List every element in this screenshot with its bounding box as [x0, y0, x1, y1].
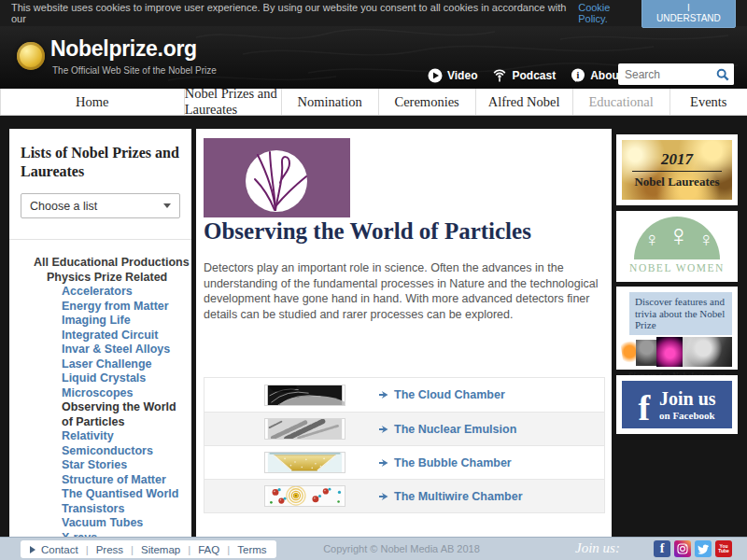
sidebar-item[interactable]: Structure of Matter: [9, 473, 191, 488]
female-symbol-icon: ♀: [698, 230, 714, 250]
facebook-f-icon: f: [638, 394, 650, 422]
sidebar-item[interactable]: Observing the World of Particles: [9, 400, 191, 429]
footer-link[interactable]: Press: [78, 544, 123, 555]
search-icon: [716, 68, 729, 81]
intro-paragraph: Detectors play an important role in scie…: [204, 260, 612, 322]
sidebar-item[interactable]: Invar & Steel Alloys: [9, 343, 191, 357]
collage-photo: [636, 340, 657, 366]
site-tagline: The Official Web Site of the Nobel Prize: [52, 65, 217, 76]
collage-photo: [683, 337, 732, 367]
dropdown-value: Choose a list: [30, 200, 97, 213]
page-title: Observing the World of Particles: [204, 218, 531, 245]
chapter-link-list: The Cloud Chamber The Nuclear Emulsion: [204, 377, 605, 513]
sidebar-item[interactable]: Energy from Matter: [9, 300, 191, 315]
search-box: [618, 63, 734, 85]
main-content: Observing the World of Particles Detecto…: [196, 129, 612, 537]
multiwire-chamber-link[interactable]: The Multiwire Chamber: [379, 490, 523, 503]
sidebar-item[interactable]: Microscopes: [9, 386, 191, 401]
nav-item[interactable]: Educational: [572, 89, 669, 115]
facebook-icon[interactable]: f: [654, 540, 670, 557]
video-link[interactable]: Video: [428, 68, 477, 83]
facebook-sub-label: on Facebook: [659, 410, 716, 421]
arrow-icon: [379, 425, 388, 434]
podcast-icon: [492, 68, 507, 83]
discover-text: Discover features and trivia about the N…: [629, 292, 732, 335]
facebook-banner[interactable]: f Join us on Facebook: [616, 375, 738, 434]
instagram-icon[interactable]: [674, 540, 691, 557]
play-icon: [428, 68, 443, 83]
video-label: Video: [447, 69, 477, 82]
bubble-chamber-thumbnail[interactable]: [264, 452, 345, 473]
header-menu: Video Podcast i About Us: [428, 68, 640, 83]
youtube-text: Tube: [718, 549, 729, 553]
multiwire-chamber-thumbnail[interactable]: [264, 485, 345, 507]
laureates-label: Nobel Laureates: [634, 175, 719, 189]
link-label: The Cloud Chamber: [394, 388, 505, 401]
link-label: The Nuclear Emulsion: [394, 423, 516, 436]
podcast-link[interactable]: Podcast: [492, 68, 556, 83]
cookie-policy-link[interactable]: Cookie Policy.: [578, 2, 641, 24]
sidebar-item[interactable]: Integrated Circuit: [9, 329, 191, 343]
nav-item[interactable]: Events: [669, 89, 747, 115]
list-item: The Multiwire Chamber: [204, 479, 604, 512]
footer-link[interactable]: Sitemap: [123, 544, 180, 555]
nuclear-emulsion-link[interactable]: The Nuclear Emulsion: [379, 423, 516, 436]
footer-link[interactable]: Terms: [219, 544, 266, 555]
particle-tracks-banner-image: [204, 138, 350, 217]
nobel-women-banner[interactable]: ♀ ♀ ♀ NOBEL WOMEN: [616, 211, 738, 282]
list-item: The Bubble Chamber: [204, 445, 604, 479]
sidebar-item[interactable]: Transistors: [9, 502, 191, 517]
laureates-2017-banner[interactable]: 2017 Nobel Laureates: [616, 134, 738, 205]
banner-rule: [632, 171, 722, 172]
nobel-medal-icon: [17, 42, 45, 70]
nav-item[interactable]: Nobel Prizes and Laureates: [184, 89, 281, 115]
sidebar-item[interactable]: Imaging Life: [9, 314, 191, 329]
cloud-chamber-link[interactable]: The Cloud Chamber: [379, 388, 505, 401]
monthly-signup-banner[interactable]: Discover features and trivia about the N…: [616, 287, 738, 370]
nav-item[interactable]: Home: [0, 89, 184, 115]
sidebar-item[interactable]: Relativity: [9, 429, 191, 444]
sidebar-group-physics[interactable]: Physics Prize Related: [9, 271, 191, 286]
bubble-chamber-link[interactable]: The Bubble Chamber: [379, 456, 512, 469]
footer-link[interactable]: Contact: [41, 544, 78, 555]
list-dropdown[interactable]: Choose a list: [21, 193, 180, 218]
sidebar-item[interactable]: The Quantised World: [9, 487, 191, 502]
pointer-icon: [30, 546, 35, 553]
sidebar-item[interactable]: Liquid Crystals: [9, 371, 191, 386]
sidebar-title: Lists of Nobel Prizes and Laureates: [9, 129, 191, 181]
sidebar-item[interactable]: Vacuum Tubes: [9, 516, 191, 531]
join-us-label: Join us:: [575, 540, 620, 556]
sidebar-item[interactable]: Semiconductors: [9, 444, 191, 459]
nuclear-emulsion-thumbnail[interactable]: [264, 418, 345, 440]
twitter-icon[interactable]: [695, 540, 712, 557]
info-bubble-icon: i: [571, 68, 585, 83]
cookie-message: This website uses cookies to improve use…: [11, 2, 574, 24]
female-symbol-icon: ♀: [668, 220, 690, 250]
sidebar: Lists of Nobel Prizes and Laureates Choo…: [9, 129, 191, 560]
sidebar-item[interactable]: Accelerators: [9, 285, 191, 300]
footer-link[interactable]: FAQ: [180, 544, 219, 555]
cloud-chamber-thumbnail[interactable]: [264, 385, 345, 406]
nav-item[interactable]: Nomination: [281, 89, 378, 115]
youtube-icon[interactable]: You Tube: [715, 540, 732, 557]
cookie-accept-button[interactable]: I UNDERSTAND: [641, 0, 736, 28]
sidebar-group-all-educational[interactable]: All Educational Productions: [9, 256, 191, 271]
search-input[interactable]: [618, 68, 712, 81]
social-icons: f You Tube: [654, 540, 732, 557]
sidebar-item[interactable]: Star Stories: [9, 458, 191, 473]
nobel-women-label: NOBEL WOMEN: [622, 262, 732, 273]
link-label: The Bubble Chamber: [394, 456, 512, 469]
chevron-down-icon: [163, 203, 171, 208]
laureates-year: 2017: [661, 150, 693, 169]
photo-collage: [622, 337, 732, 368]
facebook-join-label: Join us: [659, 389, 716, 408]
nav-item[interactable]: Ceremonies: [378, 89, 475, 115]
nav-item[interactable]: Alfred Nobel: [475, 89, 572, 115]
collage-photo: [656, 337, 684, 367]
link-label: The Multiwire Chamber: [394, 490, 523, 503]
list-item: The Cloud Chamber: [204, 378, 604, 412]
search-button[interactable]: [712, 63, 734, 85]
main-nav: HomeNobel Prizes and LaureatesNomination…: [0, 89, 747, 116]
site-title[interactable]: Nobelprize.org: [50, 36, 197, 62]
sidebar-item[interactable]: Laser Challenge: [9, 357, 191, 372]
